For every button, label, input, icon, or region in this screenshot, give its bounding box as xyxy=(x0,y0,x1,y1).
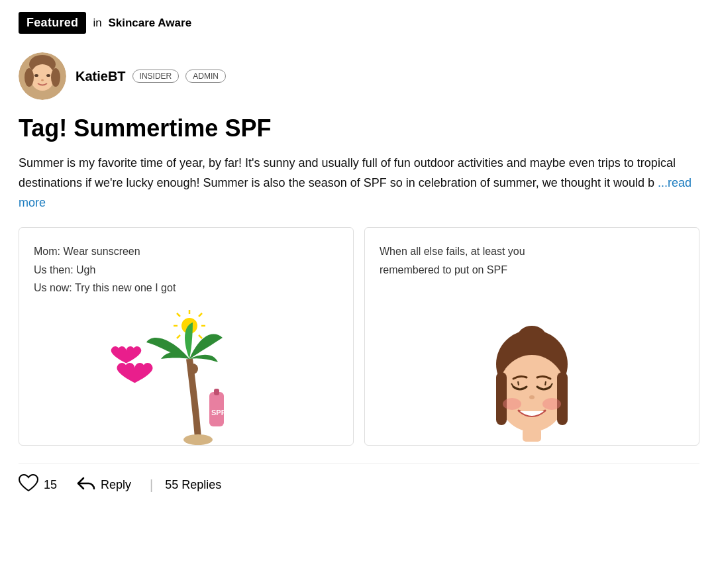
featured-bar: Featured in Skincare Aware xyxy=(19,0,699,46)
actions-divider: | xyxy=(143,477,160,493)
svg-rect-20 xyxy=(214,389,219,395)
featured-text: in Skincare Aware xyxy=(93,17,191,30)
card-2-line-2: remembered to put on SPF xyxy=(380,261,525,279)
author-info: KatieBT INSIDER ADMIN xyxy=(76,69,226,84)
insider-badge: INSIDER xyxy=(132,70,180,83)
card-2-emoji-area xyxy=(380,285,684,446)
post-body: Summer is my favorite time of year, by f… xyxy=(19,154,699,213)
card-1-text: Mom: Wear sunscreen Us then: Ugh Us now:… xyxy=(34,242,176,297)
heart-icon xyxy=(19,474,38,496)
svg-rect-31 xyxy=(523,428,541,442)
svg-line-13 xyxy=(177,313,180,317)
like-button[interactable]: 15 xyxy=(19,469,65,501)
svg-point-4 xyxy=(46,74,50,77)
svg-line-14 xyxy=(199,313,202,317)
replies-count[interactable]: 55 Replies xyxy=(160,478,221,492)
reply-button[interactable]: Reply xyxy=(65,470,143,501)
card-1: Mom: Wear sunscreen Us then: Ugh Us now:… xyxy=(19,227,354,446)
post-container: Featured in Skincare Aware xyxy=(0,0,718,521)
card-2: When all else fails, at least you rememb… xyxy=(364,227,699,446)
svg-point-28 xyxy=(503,398,521,410)
svg-point-6 xyxy=(25,68,34,87)
card-1-emoji-area: SPF xyxy=(34,303,338,445)
author-name[interactable]: KatieBT xyxy=(76,69,126,84)
card-1-line-3: Us now: Try this new one I got xyxy=(34,279,176,297)
svg-line-15 xyxy=(177,335,180,338)
featured-prefix: in xyxy=(93,17,101,29)
card-2-line-1: When all else fails, at least you xyxy=(380,242,525,260)
avatar[interactable] xyxy=(19,52,66,100)
svg-point-2 xyxy=(30,64,54,91)
svg-rect-26 xyxy=(496,372,507,425)
author-row: KatieBT INSIDER ADMIN xyxy=(19,52,699,100)
svg-point-29 xyxy=(542,398,561,410)
svg-point-30 xyxy=(529,395,535,399)
svg-line-16 xyxy=(199,335,202,338)
reply-arrow-icon xyxy=(77,475,95,495)
svg-text:SPF: SPF xyxy=(211,409,226,416)
svg-point-5 xyxy=(41,79,44,81)
admin-badge: ADMIN xyxy=(185,70,226,83)
svg-point-25 xyxy=(497,355,566,432)
card-1-line-2: Us then: Ugh xyxy=(34,261,176,279)
card-1-line-1: Mom: Wear sunscreen xyxy=(34,242,176,260)
post-title: Tag! Summertime SPF xyxy=(19,115,699,142)
svg-point-3 xyxy=(34,74,38,77)
actions-row: 15 Reply | 55 Replies xyxy=(19,463,699,501)
image-row: Mom: Wear sunscreen Us then: Ugh Us now:… xyxy=(19,227,699,446)
svg-point-17 xyxy=(187,364,198,374)
svg-point-18 xyxy=(183,434,213,445)
like-count: 15 xyxy=(44,478,57,492)
reply-label: Reply xyxy=(101,478,131,492)
featured-badge: Featured xyxy=(19,12,86,34)
featured-community: Skincare Aware xyxy=(108,17,191,29)
post-body-text: Summer is my favorite time of year, by f… xyxy=(19,156,676,189)
svg-rect-27 xyxy=(557,372,568,425)
card-2-text: When all else fails, at least you rememb… xyxy=(380,242,525,278)
svg-point-7 xyxy=(51,68,60,87)
